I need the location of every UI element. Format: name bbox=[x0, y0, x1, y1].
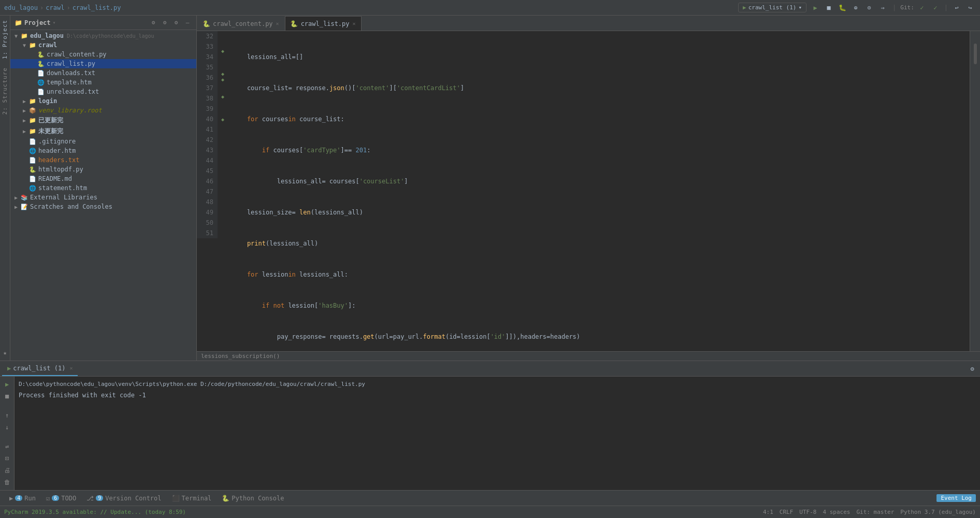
line-ending[interactable]: CRLF bbox=[780, 509, 794, 515]
right-scrollbar[interactable] bbox=[970, 31, 980, 351]
code-tooltip: lessions_subscription() bbox=[197, 351, 980, 361]
top-bar: edu_lagou › crawl › crawl_list.py ▶ craw… bbox=[0, 0, 980, 16]
readme-icon: 📄 bbox=[29, 176, 36, 182]
git-check1[interactable]: ✓ bbox=[916, 2, 928, 13]
structure-tab-label[interactable]: 2: Structure bbox=[2, 63, 8, 119]
tool-tabs: ▶ 4 Run ☑ 6 TODO ⎇ 9 Version Control ⬛ T… bbox=[4, 491, 289, 506]
bottom-panel-settings: ⚙ bbox=[967, 363, 978, 375]
run-down-icon[interactable]: ↓ bbox=[2, 422, 13, 433]
project-header-icons: ⚙ ⚙ ⚙ — bbox=[149, 18, 192, 27]
tool-tab-run[interactable]: ▶ 4 Run bbox=[4, 491, 41, 506]
git-check2[interactable]: ✓ bbox=[930, 2, 941, 13]
indent[interactable]: 4 spaces bbox=[823, 509, 850, 515]
minimize-icon[interactable]: — bbox=[183, 18, 192, 27]
tree-gitignore[interactable]: 📄 .gitignore bbox=[10, 137, 196, 146]
tab-close-2[interactable]: ✕ bbox=[353, 21, 356, 26]
tree-headers-txt[interactable]: 📄 headers.txt bbox=[10, 155, 196, 165]
run-stop-icon[interactable]: ■ bbox=[2, 391, 13, 401]
run-config[interactable]: ▶ crawl_list (1) ▾ bbox=[738, 3, 806, 12]
git-branch[interactable]: Git: master bbox=[856, 509, 894, 515]
code-line-36: lessions_all = courses['courseList'] bbox=[232, 176, 965, 186]
project-icon: 📁 bbox=[21, 33, 28, 39]
tree-statement[interactable]: 🌐 statement.htm bbox=[10, 183, 196, 193]
breadcrumb-crawl[interactable]: crawl bbox=[46, 4, 64, 11]
run-button[interactable]: ▶ bbox=[810, 2, 821, 13]
tree-scratches[interactable]: ▶ 📝 Scratches and Consoles bbox=[10, 202, 196, 211]
tree-crawl[interactable]: ▼ 📁 crawl bbox=[10, 40, 196, 50]
run-print-icon[interactable]: 🖨 bbox=[2, 465, 13, 476]
step-button[interactable]: ⇒ bbox=[877, 2, 888, 13]
tree-template[interactable]: 🌐 template.htm bbox=[10, 78, 196, 87]
code-line-32: lessions_all = [] bbox=[232, 52, 965, 62]
favorites-icon[interactable]: ★ bbox=[2, 349, 9, 356]
run-wrap-icon[interactable]: ⇌ bbox=[2, 441, 13, 452]
python-file-icon: 🐍 bbox=[37, 51, 45, 58]
tree-header[interactable]: 🌐 header.htm bbox=[10, 146, 196, 155]
code-editor[interactable]: 32 33 34 35 36 37 38 39 40 41 42 43 44 4… bbox=[197, 31, 980, 351]
cursor-position[interactable]: 4:1 bbox=[763, 509, 773, 515]
run-trash-icon[interactable]: 🗑 bbox=[2, 477, 13, 488]
tree-unreleased[interactable]: 📄 unreleased.txt bbox=[10, 87, 196, 96]
debug-button[interactable]: 🐛 bbox=[837, 2, 848, 13]
code-line-40: if not lession['hasBuy']: bbox=[232, 300, 965, 311]
bottom-panel: ▶ crawl_list (1) ✕ ⚙ ▶ ■ ↑ ↓ ⇌ ⊡ 🖨 🗑 D:\… bbox=[0, 361, 980, 490]
stop-button[interactable]: ■ bbox=[823, 2, 834, 13]
tree-external-libs[interactable]: ▶ 📚 External Libraries bbox=[10, 193, 196, 202]
tree-readme[interactable]: 📄 README.md bbox=[10, 174, 196, 183]
coverage-button[interactable]: ⊕ bbox=[850, 2, 861, 13]
tree-updated[interactable]: ▶ 📁 已更新完 bbox=[10, 115, 196, 126]
tool-tab-python-console[interactable]: 🐍 Python Console bbox=[217, 491, 289, 506]
sync-icon[interactable]: ⚙ bbox=[149, 18, 158, 27]
undo-button[interactable]: ↩ bbox=[951, 2, 962, 13]
tree-not-updated[interactable]: ▶ 📁 未更新完 bbox=[10, 126, 196, 137]
settings-icon[interactable]: ⚙ bbox=[160, 18, 169, 27]
toolbar-icons: ▶ ■ 🐛 ⊕ ⊙ ⇒ | Git: ✓ ✓ | ↩ ↪ bbox=[810, 2, 976, 13]
todo-icon: ☑ bbox=[46, 495, 50, 502]
tree-downloads[interactable]: 📄 downloads.txt bbox=[10, 68, 196, 78]
event-log-button[interactable]: Event Log bbox=[936, 494, 976, 502]
redo-button[interactable]: ↪ bbox=[964, 2, 976, 13]
breadcrumb-file[interactable]: crawl_list.py bbox=[73, 4, 121, 11]
tool-tab-vcs[interactable]: ⎇ 9 Version Control bbox=[81, 491, 166, 506]
breadcrumb-edu[interactable]: edu_lagou bbox=[4, 4, 38, 11]
tree-crawl-content[interactable]: 🐍 crawl_content.py bbox=[10, 50, 196, 59]
folder-cn1-icon: 📁 bbox=[29, 117, 36, 124]
editor-area: 🐍 crawl_content.py ✕ 🐍 crawl_list.py ✕ 3… bbox=[197, 16, 980, 361]
gear-icon[interactable]: ⚙ bbox=[171, 18, 181, 27]
tool-tab-terminal[interactable]: ⬛ Terminal bbox=[167, 491, 217, 506]
status-bar: PyCharm 2019.3.5 available: // Update...… bbox=[0, 506, 980, 518]
tab-close-1[interactable]: ✕ bbox=[276, 21, 279, 26]
tree-login[interactable]: ▶ 📁 login bbox=[10, 96, 196, 106]
profile-button[interactable]: ⊙ bbox=[863, 2, 875, 13]
line-numbers-gutter: 32 33 34 35 36 37 38 39 40 41 42 43 44 4… bbox=[197, 31, 228, 351]
txt-file-icon-2: 📄 bbox=[37, 89, 45, 95]
run-up-icon[interactable]: ↑ bbox=[2, 410, 13, 421]
tab-crawl-content[interactable]: 🐍 crawl_content.py ✕ bbox=[197, 16, 285, 31]
run-result-text: Process finished with exit code -1 bbox=[19, 392, 976, 399]
txt-file-icon: 📄 bbox=[37, 70, 45, 77]
run-tab[interactable]: ▶ crawl_list (1) ✕ bbox=[2, 362, 78, 376]
status-right: 4:1 CRLF UTF-8 4 spaces Git: master Pyth… bbox=[763, 509, 976, 515]
run-panel-content: ▶ ■ ↑ ↓ ⇌ ⊡ 🖨 🗑 D:\code\pythoncode\edu_l… bbox=[0, 377, 980, 490]
project-header: 📁 Project ▾ ⚙ ⚙ ⚙ — bbox=[10, 16, 196, 30]
run-config-arrow[interactable]: ▾ bbox=[798, 4, 802, 11]
tree-venv[interactable]: ▶ 📦 venv_library.root bbox=[10, 106, 196, 115]
code-content[interactable]: lessions_all = [] course_list = response… bbox=[228, 31, 970, 351]
run-filter-icon[interactable]: ⊡ bbox=[2, 453, 13, 464]
tree-htmltopdf[interactable]: 🐍 htmltopdf.py bbox=[10, 165, 196, 174]
tree-crawl-list[interactable]: 🐍 crawl_list.py bbox=[10, 59, 196, 68]
vscroll-thumb[interactable] bbox=[974, 44, 977, 64]
run-play-icon[interactable]: ▶ bbox=[2, 379, 13, 390]
tool-tab-todo[interactable]: ☑ 6 TODO bbox=[41, 491, 81, 506]
git-label: Git: bbox=[900, 4, 914, 11]
run-tabs-bar: ▶ crawl_list (1) ✕ ⚙ bbox=[0, 361, 980, 377]
tab-crawl-list[interactable]: 🐍 crawl_list.py ✕ bbox=[285, 16, 362, 31]
tree-root[interactable]: ▼ 📁 edu_lagou D:\code\pythoncode\edu_lag… bbox=[10, 31, 196, 40]
encoding[interactable]: UTF-8 bbox=[799, 509, 816, 515]
project-tab-label[interactable]: 1: Project bbox=[2, 16, 8, 63]
run-settings-icon[interactable]: ⚙ bbox=[967, 363, 978, 375]
run-tab-close[interactable]: ✕ bbox=[69, 365, 73, 371]
python-version[interactable]: Python 3.7 (edu_lagou) bbox=[900, 509, 976, 515]
update-text[interactable]: PyCharm 2019.3.5 available: // Update...… bbox=[4, 509, 186, 515]
scratches-icon: 📝 bbox=[21, 204, 28, 210]
